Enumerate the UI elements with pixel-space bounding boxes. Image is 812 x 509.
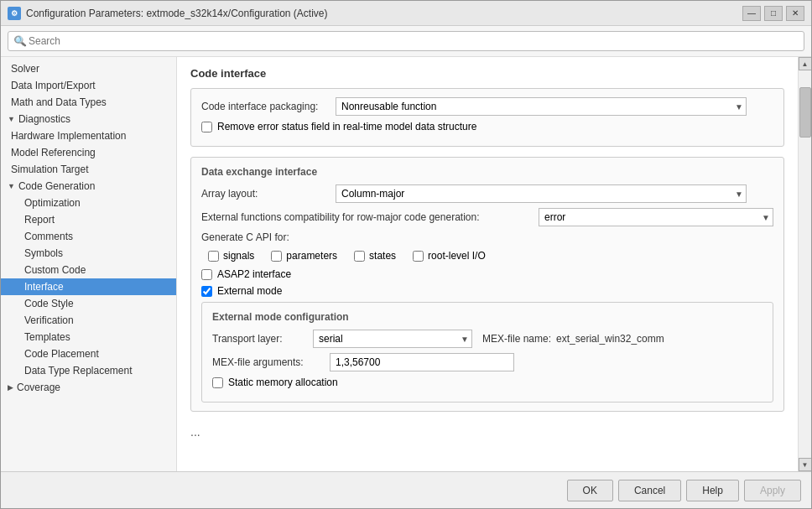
sidebar-item-solver[interactable]: Solver [1,60,176,77]
static-memory-allocation-label: Static memory allocation [228,377,338,388]
remove-error-status-row: Remove error status field in real-time m… [201,121,773,132]
sidebar-item-comments[interactable]: Comments [1,228,176,245]
code-generation-label: Code Generation [18,180,95,192]
close-button[interactable]: ✕ [786,6,804,21]
help-button[interactable]: Help [686,480,739,501]
code-interface-packaging-select-wrapper: Nonreusable function Reusable function ▼ [336,97,747,116]
asap2-interface-label: ASAP2 interface [217,268,291,280]
mex-file-arguments-label: MEX-file arguments: [212,356,330,368]
ellipsis: ... [190,422,784,442]
main-content: Solver Data Import/Export Math and Data … [1,57,811,471]
generate-capi-label: Generate C API for: [201,231,289,243]
scrollbar-up-button[interactable]: ▲ [799,57,812,70]
external-mode-config-box: External mode configuration Transport la… [201,302,773,403]
mex-file-arguments-row: MEX-file arguments: [212,353,763,371]
external-mode-label: External mode [217,285,282,297]
root-level-io-checkbox[interactable] [413,251,424,262]
search-input[interactable] [8,31,804,51]
remove-error-status-label: Remove error status field in real-time m… [217,121,476,132]
diagnostics-arrow: ▼ [8,115,15,123]
code-interface-packaging-label: Code interface packaging: [201,101,336,112]
states-checkbox-item: states [354,250,396,262]
window-title: Configuration Parameters: extmode_s32k14… [26,8,328,19]
diagnostics-label: Diagnostics [18,113,70,125]
content-area: Code interface Code interface packaging:… [177,57,798,471]
sidebar-item-custom-code[interactable]: Custom Code [1,262,176,278]
sidebar-item-code-generation[interactable]: ▼ Code Generation [1,178,176,195]
code-interface-packaging-select[interactable]: Nonreusable function Reusable function [336,97,747,116]
content-scroll: Code interface Code interface packaging:… [177,57,798,471]
ext-functions-compat-label: External functions compatibility for row… [201,211,539,223]
transport-layer-select-wrapper: serial tcpip xcp ▼ [313,330,472,348]
external-mode-checkbox[interactable] [201,286,212,297]
coverage-arrow: ▶ [8,383,13,392]
apply-button[interactable]: Apply [744,480,801,501]
title-bar: ⚙ Configuration Parameters: extmode_s32k… [1,1,811,26]
sidebar-item-symbols[interactable]: Symbols [1,245,176,262]
main-window: ⚙ Configuration Parameters: extmode_s32k… [0,0,812,509]
root-level-io-label: root-level I/O [428,250,486,262]
ext-functions-compat-select-wrapper: error warning none ▼ [539,208,773,226]
sidebar-item-optimization[interactable]: Optimization [1,195,176,211]
coverage-label: Coverage [17,382,60,393]
mex-file-name-label: MEX-file name: [482,333,551,345]
ext-functions-compat-row: External functions compatibility for row… [201,208,773,226]
asap2-interface-checkbox[interactable] [201,269,212,280]
sidebar-item-simulation-target[interactable]: Simulation Target [1,161,176,178]
array-layout-select-wrapper: Column-major Row-major ▼ [336,184,747,203]
external-mode-row: External mode [201,285,773,297]
static-memory-allocation-checkbox[interactable] [212,377,223,388]
parameters-label: parameters [286,250,337,262]
array-layout-row: Array layout: Column-major Row-major ▼ [201,184,773,203]
scrollbar-thumb[interactable] [799,87,811,138]
search-icon: 🔍 [14,35,27,47]
signals-checkbox-item: signals [208,250,254,262]
signals-label: signals [223,250,254,262]
sidebar-item-code-style[interactable]: Code Style [1,295,176,312]
sidebar-item-model-referencing[interactable]: Model Referencing [1,144,176,161]
sidebar-item-report[interactable]: Report [1,211,176,228]
scrollbar-track: ▲ ▼ [798,57,811,471]
scrollbar-down-button[interactable]: ▼ [799,458,812,471]
asap2-interface-row: ASAP2 interface [201,268,773,280]
code-interface-title: Code interface [190,67,784,80]
sidebar-item-math-data-types[interactable]: Math and Data Types [1,94,176,111]
sidebar-item-verification[interactable]: Verification [1,312,176,329]
data-exchange-box: Data exchange interface Array layout: Co… [190,157,784,412]
data-exchange-title: Data exchange interface [201,166,773,178]
states-label: states [369,250,396,262]
sidebar-item-interface[interactable]: Interface [1,278,176,295]
parameters-checkbox[interactable] [271,251,282,262]
sidebar-item-diagnostics[interactable]: ▼ Diagnostics [1,111,176,127]
array-layout-label: Array layout: [201,188,336,200]
sidebar-item-templates[interactable]: Templates [1,329,176,345]
transport-layer-row: Transport layer: serial tcpip xcp ▼ MEX-… [212,330,763,348]
cancel-button[interactable]: Cancel [618,480,681,501]
signals-checkbox[interactable] [208,251,219,262]
remove-error-status-checkbox[interactable] [201,122,212,132]
array-layout-select[interactable]: Column-major Row-major [336,184,747,203]
states-checkbox[interactable] [354,251,365,262]
generate-capi-row: Generate C API for: signals parameters [201,231,773,262]
ext-functions-compat-select[interactable]: error warning none [539,208,773,226]
minimize-button[interactable]: — [742,6,761,21]
sidebar-item-data-import-export[interactable]: Data Import/Export [1,77,176,94]
search-wrapper: 🔍 [8,31,804,51]
code-interface-box: Code interface packaging: Nonreusable fu… [190,88,784,147]
maximize-button[interactable]: □ [764,6,783,21]
sidebar-item-hardware-implementation[interactable]: Hardware Implementation [1,127,176,144]
transport-layer-select[interactable]: serial tcpip xcp [313,330,472,348]
sidebar-item-coverage[interactable]: ▶ Coverage [1,379,176,396]
parameters-checkbox-item: parameters [271,250,337,262]
transport-layer-label: Transport layer: [212,333,313,345]
sidebar-item-code-placement[interactable]: Code Placement [1,345,176,362]
static-memory-allocation-row: Static memory allocation [212,377,763,388]
root-level-io-checkbox-item: root-level I/O [413,250,486,262]
footer: OK Cancel Help Apply [1,471,811,508]
ok-button[interactable]: OK [567,480,613,501]
sidebar-item-data-type-replacement[interactable]: Data Type Replacement [1,362,176,379]
mex-file-name-value: ext_serial_win32_comm [556,333,664,345]
title-bar-controls: — □ ✕ [742,6,804,21]
generate-capi-label-row: Generate C API for: [201,231,773,243]
mex-file-arguments-input[interactable] [330,353,514,371]
